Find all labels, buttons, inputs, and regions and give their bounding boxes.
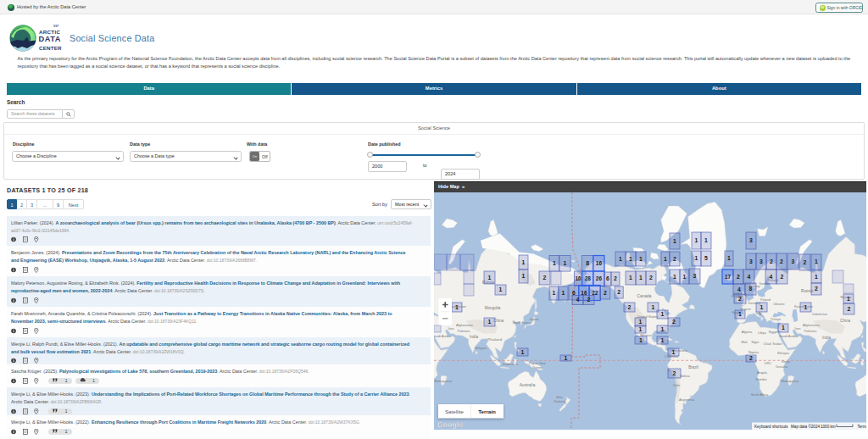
svg-text:1: 1 [499,286,503,292]
svg-text:1: 1 [629,275,632,281]
svg-text:22: 22 [592,290,598,296]
svg-text:1000 km: 1000 km [821,425,836,429]
svg-text:1: 1 [488,275,492,281]
svg-text:Chile: Chile [673,384,681,387]
svg-text:8: 8 [749,286,753,292]
svg-text:1: 1 [704,237,708,243]
svg-text:17: 17 [725,274,732,280]
svg-text:Australia: Australia [520,383,536,387]
svg-text:DRC: DRC [765,362,771,365]
svg-text:1: 1 [639,319,643,325]
svg-text:2: 2 [749,355,753,361]
svg-text:2: 2 [672,319,676,325]
svg-text:2: 2 [804,259,807,265]
svg-text:2: 2 [628,304,632,310]
svg-text:2: 2 [673,370,676,376]
svg-text:1: 1 [521,349,525,355]
svg-text:1: 1 [683,274,687,280]
svg-text:3: 3 [760,258,763,264]
svg-text:Map data ©2024: Map data ©2024 [791,424,820,429]
svg-text:Brazil: Brazil [688,365,698,370]
svg-text:2: 2 [614,275,617,281]
svg-text:Madagascar: Madagascar [435,380,453,383]
svg-text:1: 1 [727,255,731,261]
svg-text:1: 1 [804,304,808,310]
svg-text:Pakistan: Pakistan [458,330,470,333]
svg-text:Niger: Niger [751,341,760,344]
svg-text:Nigeria: Nigeria [748,351,760,354]
svg-text:1: 1 [639,326,643,332]
svg-text:1: 1 [553,290,556,296]
svg-text:2: 2 [587,297,591,303]
svg-text:Pakistan: Pakistan [804,330,817,333]
svg-text:2: 2 [617,289,620,295]
svg-text:Indonesia: Indonesia [503,362,519,366]
svg-text:4: 4 [770,274,773,280]
svg-text:28: 28 [585,275,592,281]
svg-text:1: 1 [664,256,667,262]
svg-text:Canada: Canada [637,294,652,298]
svg-text:1: 1 [455,304,459,310]
svg-text:Iran: Iran [448,326,454,331]
svg-text:2: 2 [543,275,547,281]
svg-text:Papua New: Papua New [529,362,546,365]
svg-text:8: 8 [586,260,589,266]
svg-text:Ethiopia: Ethiopia [777,352,790,355]
svg-text:1: 1 [815,274,818,280]
svg-text:South Africa: South Africa [751,393,769,397]
svg-text:Sudan: Sudan [773,342,782,346]
svg-text:Satellite: Satellite [445,408,465,414]
svg-text:2: 2 [815,286,818,292]
svg-text:Uzbekistan: Uzbekistan [812,313,827,316]
svg-text:1: 1 [661,337,665,343]
svg-text:1: 1 [639,275,643,281]
svg-text:Tanzania: Tanzania [776,365,787,369]
svg-text:1: 1 [661,326,665,332]
svg-text:Angola: Angola [757,371,768,375]
svg-text:5: 5 [704,255,708,261]
svg-text:1: 1 [760,304,764,310]
svg-text:Malaysia: Malaysia [475,347,487,350]
svg-text:2: 2 [738,296,742,302]
svg-text:Afghanistan: Afghanistan [456,324,473,327]
svg-text:2: 2 [780,258,783,264]
svg-text:Bolivia: Bolivia [680,375,690,378]
svg-text:1: 1 [629,256,632,262]
svg-text:India: India [470,335,478,339]
svg-text:1: 1 [672,349,676,355]
svg-text:Thailand: Thailand [488,337,503,342]
svg-text:Terms: Terms [858,425,867,429]
svg-text:2: 2 [737,274,740,280]
svg-text:2: 2 [673,256,676,262]
svg-text:2: 2 [848,306,851,312]
svg-text:1: 1 [562,290,565,296]
svg-text:16: 16 [596,260,603,266]
svg-text:1: 1 [782,325,785,331]
svg-text:Guinea: Guinea [532,366,543,370]
svg-text:Italy: Italy [756,312,762,315]
svg-text:4: 4 [737,286,741,292]
svg-text:26: 26 [596,275,603,281]
svg-text:1: 1 [553,260,556,266]
svg-text:1: 1 [652,304,655,310]
svg-text:1: 1 [673,238,676,244]
svg-text:Algeria: Algeria [742,330,753,334]
svg-text:Zealand: Zealand [554,400,565,403]
svg-text:Namibia: Namibia [755,378,766,381]
svg-text:1: 1 [488,319,492,325]
svg-text:Keyboard shortcuts: Keyboard shortcuts [754,425,788,429]
svg-text:1: 1 [639,256,643,262]
svg-text:Argentina: Argentina [679,397,695,402]
svg-text:Google: Google [437,421,464,429]
svg-text:1: 1 [695,255,698,261]
svg-text:1: 1 [738,311,742,317]
svg-text:1: 1 [815,258,818,264]
svg-text:6: 6 [606,275,609,281]
svg-text:Saudi Arabia: Saudi Arabia [779,335,798,338]
svg-text:3: 3 [693,273,697,279]
svg-text:1: 1 [847,296,850,302]
svg-text:Saudi Arabia: Saudi Arabia [434,335,452,338]
svg-text:Poland: Poland [760,298,771,302]
svg-text:3: 3 [749,258,753,264]
svg-text:Iran: Iran [795,326,801,331]
